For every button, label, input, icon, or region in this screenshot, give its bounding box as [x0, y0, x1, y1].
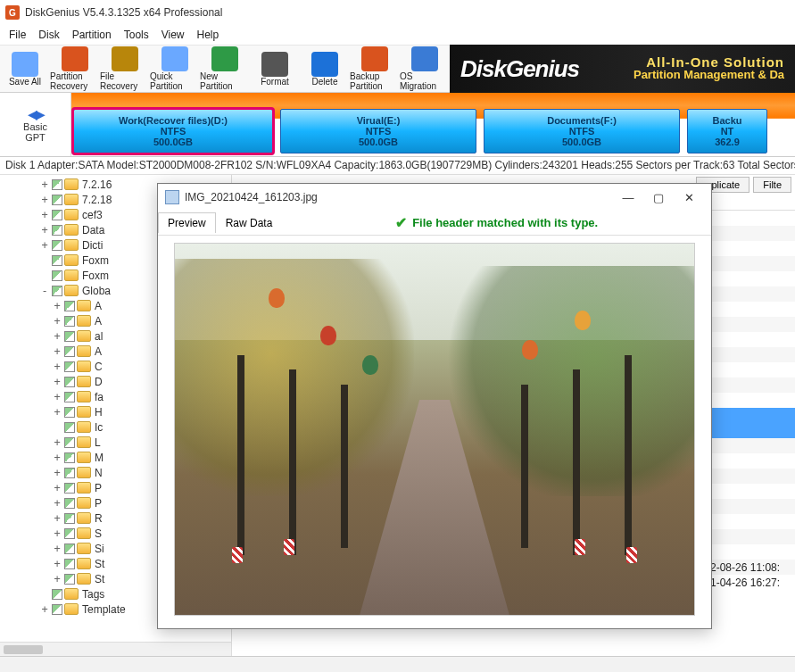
checkbox[interactable]: [64, 452, 75, 463]
file-recovery-icon: [112, 46, 138, 71]
toolbar-save-all[interactable]: Save All: [0, 45, 50, 93]
checkbox[interactable]: [52, 255, 62, 266]
partition-name: Documents(F:): [547, 115, 617, 126]
expand-icon[interactable]: +: [39, 209, 50, 221]
checkbox[interactable]: [64, 468, 75, 478]
toolbar-new-partition[interactable]: New Partition: [200, 45, 250, 93]
toolbar-file-recovery[interactable]: File Recovery: [100, 45, 150, 93]
expand-icon[interactable]: +: [39, 178, 50, 191]
expand-icon[interactable]: +: [52, 452, 62, 464]
expand-icon[interactable]: +: [52, 391, 62, 403]
expand-icon[interactable]: +: [52, 558, 62, 570]
checkbox[interactable]: [64, 422, 75, 433]
expand-icon[interactable]: +: [52, 376, 62, 388]
folder-icon: [77, 467, 91, 478]
checkbox[interactable]: [64, 407, 75, 418]
checkbox[interactable]: [64, 528, 75, 539]
tab-raw-data[interactable]: Raw Data: [216, 212, 283, 233]
checkbox[interactable]: [52, 210, 62, 220]
checkbox[interactable]: [52, 240, 62, 251]
checkbox[interactable]: [64, 377, 75, 387]
partition-block[interactable]: Work(Recover files)(D:)NTFS500.0GB: [73, 109, 273, 153]
expand-icon[interactable]: +: [52, 497, 62, 510]
checkbox[interactable]: [52, 286, 62, 296]
checkbox[interactable]: [52, 195, 62, 205]
expand-icon[interactable]: +: [52, 512, 62, 525]
checkbox[interactable]: [64, 543, 75, 554]
toolbar-partition-recovery[interactable]: Partition Recovery: [50, 45, 100, 93]
partition-size: 500.0GB: [153, 137, 193, 147]
tree-label: C: [95, 361, 103, 373]
partition-block[interactable]: BackuNT362.9: [687, 109, 767, 153]
folder-icon: [64, 209, 79, 220]
checkbox[interactable]: [64, 498, 75, 509]
toolbar-format[interactable]: Format: [250, 45, 300, 93]
partition-block[interactable]: Documents(F:)NTFS500.0GB: [484, 109, 680, 153]
expand-icon[interactable]: +: [52, 406, 62, 419]
tab-preview[interactable]: Preview: [158, 212, 216, 233]
expand-icon[interactable]: +: [52, 543, 62, 555]
disk-nav[interactable]: ◀▶ Basic GPT: [0, 93, 71, 156]
checkbox[interactable]: [64, 437, 75, 448]
tree-label: A: [95, 345, 102, 358]
minimize-button[interactable]: —: [613, 187, 643, 207]
expand-icon[interactable]: -: [39, 285, 50, 297]
toolbar-label: New Partition: [200, 71, 250, 91]
checkbox[interactable]: [64, 361, 75, 372]
toolbar-os-migration[interactable]: OS Migration: [400, 45, 450, 93]
close-button[interactable]: ✕: [674, 187, 704, 207]
expand-icon[interactable]: +: [52, 436, 62, 449]
checkbox[interactable]: [52, 589, 62, 600]
expand-icon[interactable]: +: [39, 224, 50, 236]
partition-block[interactable]: Virual(E:)NTFS500.0GB: [280, 109, 476, 153]
expand-icon[interactable]: +: [52, 573, 62, 585]
checkbox[interactable]: [64, 513, 75, 524]
toolbar-quick-partition[interactable]: Quick Partition: [150, 45, 200, 93]
expand-icon[interactable]: +: [39, 194, 50, 206]
toolbar-label: OS Migration: [400, 71, 450, 91]
tree-h-scrollbar[interactable]: [0, 642, 231, 656]
menu-file[interactable]: File: [9, 29, 26, 41]
preview-titlebar[interactable]: IMG_20210424_161203.jpg — ▢ ✕: [158, 184, 711, 211]
maximize-button[interactable]: ▢: [643, 187, 674, 207]
expand-icon[interactable]: +: [39, 603, 50, 616]
status-bar: [0, 656, 795, 672]
preview-tabs: Preview Raw Data ✔ File header matched w…: [158, 211, 711, 236]
tree-label: H: [95, 406, 103, 419]
checkbox[interactable]: [52, 179, 62, 190]
checkbox[interactable]: [64, 301, 75, 311]
app-logo-icon: G: [5, 5, 20, 20]
checkbox[interactable]: [64, 331, 75, 342]
checkbox[interactable]: [52, 270, 62, 281]
expand-icon[interactable]: +: [52, 330, 62, 343]
tree-label: P: [95, 497, 102, 510]
checkbox[interactable]: [64, 392, 75, 402]
filter-button[interactable]: Filte: [753, 177, 791, 193]
toolbar-delete[interactable]: Delete: [300, 45, 350, 93]
menu-help[interactable]: Help: [197, 29, 219, 41]
menu-view[interactable]: View: [161, 29, 185, 41]
expand-icon[interactable]: +: [52, 315, 62, 328]
expand-icon[interactable]: +: [52, 345, 62, 358]
image-file-icon: [165, 190, 179, 204]
checkbox[interactable]: [64, 574, 75, 585]
menu-tools[interactable]: Tools: [124, 29, 149, 41]
expand-icon[interactable]: +: [52, 527, 62, 540]
expand-icon[interactable]: +: [52, 300, 62, 312]
checkbox[interactable]: [64, 316, 75, 327]
expand-icon[interactable]: +: [52, 482, 62, 494]
tree-label: D: [95, 376, 103, 388]
menu-partition[interactable]: Partition: [72, 29, 112, 41]
expand-icon[interactable]: +: [52, 361, 62, 373]
preview-dialog[interactable]: IMG_20210424_161203.jpg — ▢ ✕ Preview Ra…: [157, 183, 712, 629]
expand-icon[interactable]: +: [39, 239, 50, 252]
toolbar-backup-partition[interactable]: Backup Partition: [350, 45, 400, 93]
tree-label: N: [95, 467, 103, 479]
checkbox[interactable]: [64, 559, 75, 569]
checkbox[interactable]: [52, 604, 62, 615]
expand-icon[interactable]: +: [52, 467, 62, 479]
checkbox[interactable]: [64, 346, 75, 357]
menu-disk[interactable]: Disk: [38, 29, 59, 41]
checkbox[interactable]: [64, 483, 75, 494]
checkbox[interactable]: [52, 225, 62, 236]
